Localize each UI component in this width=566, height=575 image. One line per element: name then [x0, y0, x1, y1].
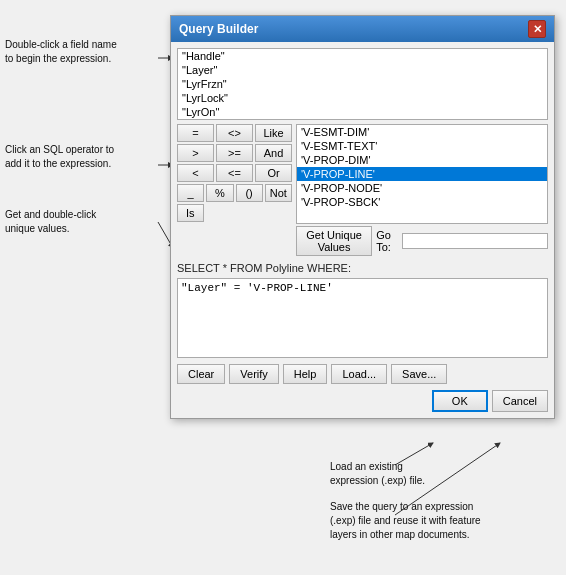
goto-input[interactable] [402, 233, 548, 249]
op-like[interactable]: Like [255, 124, 292, 142]
ok-cancel-row: OK Cancel [177, 390, 548, 412]
annotation-sql-operator: Click an SQL operator to add it to the e… [5, 143, 165, 171]
op-parens[interactable]: () [236, 184, 263, 202]
dialog-title: Query Builder [179, 22, 258, 36]
op-row-3: < <= Or [177, 164, 292, 182]
value-item-vesmt-text[interactable]: 'V-ESMT-TEXT' [297, 139, 547, 153]
annotation-dblclick-field: Double-click a field name to begin the e… [5, 38, 160, 66]
goto-label: Go To: [376, 229, 398, 253]
help-button[interactable]: Help [283, 364, 328, 384]
get-unique-values-button[interactable]: Get Unique Values [296, 226, 372, 256]
dialog-body: "Handle" "Layer" "LyrFrzn" "LyrLock" "Ly… [171, 42, 554, 418]
op-and[interactable]: And [255, 144, 292, 162]
op-percent[interactable]: % [206, 184, 233, 202]
dialog-titlebar: Query Builder ✕ [171, 16, 554, 42]
sql-textarea[interactable]: "Layer" = 'V-PROP-LINE' [177, 278, 548, 358]
annotation-save: Save the query to an expression (.exp) f… [330, 500, 530, 542]
op-row-1: = <> Like [177, 124, 292, 142]
op-eq[interactable]: = [177, 124, 214, 142]
op-row-2: > >= And [177, 144, 292, 162]
bottom-buttons: Clear Verify Help Load... Save... [177, 364, 548, 384]
value-item-vprop-sbck[interactable]: 'V-PROP-SBCK' [297, 195, 547, 209]
op-gt[interactable]: > [177, 144, 214, 162]
op-lte[interactable]: <= [216, 164, 253, 182]
op-row-4: _ % () Not [177, 184, 292, 202]
annotation-load: Load an existing expression (.exp) file. [330, 460, 490, 488]
value-item-vesmt-dim[interactable]: 'V-ESMT-DIM' [297, 125, 547, 139]
field-item-lyrfrzn[interactable]: "LyrFrzn" [178, 77, 547, 91]
close-button[interactable]: ✕ [528, 20, 546, 38]
field-item-lyron[interactable]: "LyrOn" [178, 105, 547, 119]
verify-button[interactable]: Verify [229, 364, 279, 384]
field-list[interactable]: "Handle" "Layer" "LyrFrzn" "LyrLock" "Ly… [177, 48, 548, 120]
cancel-button[interactable]: Cancel [492, 390, 548, 412]
clear-button[interactable]: Clear [177, 364, 225, 384]
value-item-vprop-line[interactable]: 'V-PROP-LINE' [297, 167, 547, 181]
field-item-handle[interactable]: "Handle" [178, 49, 547, 63]
field-item-lyrlock[interactable]: "LyrLock" [178, 91, 547, 105]
middle-section: = <> Like > >= And < <= Or _ % () [177, 124, 548, 256]
op-is[interactable]: Is [177, 204, 204, 222]
field-item-layer[interactable]: "Layer" [178, 63, 547, 77]
op-or[interactable]: Or [255, 164, 292, 182]
op-lt[interactable]: < [177, 164, 214, 182]
save-button[interactable]: Save... [391, 364, 447, 384]
op-underscore[interactable]: _ [177, 184, 204, 202]
sql-label: SELECT * FROM Polyline WHERE: [177, 262, 548, 274]
load-button[interactable]: Load... [331, 364, 387, 384]
value-item-vprop-node[interactable]: 'V-PROP-NODE' [297, 181, 547, 195]
value-list-section: 'V-ESMT-DIM' 'V-ESMT-TEXT' 'V-PROP-DIM' … [296, 124, 548, 256]
value-item-vprop-dim[interactable]: 'V-PROP-DIM' [297, 153, 547, 167]
query-builder-dialog: Query Builder ✕ "Handle" "Layer" "LyrFrz… [170, 15, 555, 419]
annotation-unique-values: Get and double-click unique values. [5, 208, 165, 236]
ok-button[interactable]: OK [432, 390, 488, 412]
op-gte[interactable]: >= [216, 144, 253, 162]
unique-values-row: Get Unique Values Go To: [296, 226, 548, 256]
operators-panel: = <> Like > >= And < <= Or _ % () [177, 124, 292, 256]
op-not[interactable]: Not [265, 184, 292, 202]
value-list[interactable]: 'V-ESMT-DIM' 'V-ESMT-TEXT' 'V-PROP-DIM' … [296, 124, 548, 224]
op-neq[interactable]: <> [216, 124, 253, 142]
